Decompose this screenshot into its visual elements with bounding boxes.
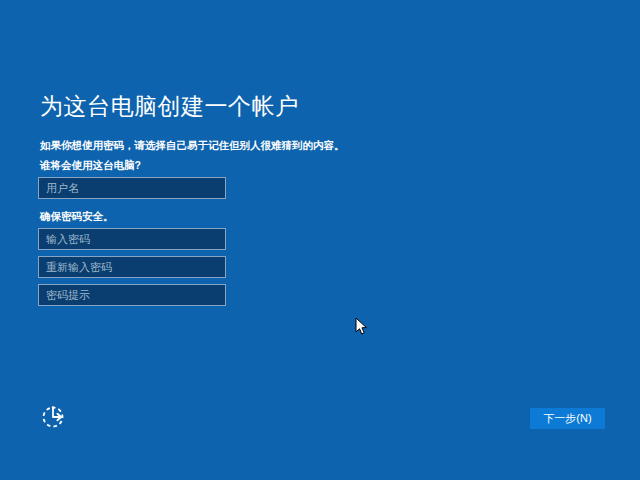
password-secure-label: 确保密码安全。 [40, 210, 114, 224]
password-hint-input[interactable] [38, 284, 226, 306]
oobe-create-account-screen: 为这台电脑创建一个帐户 如果你想使用密码，请选择自己易于记住但别人很难猜到的内容… [0, 0, 640, 480]
username-input[interactable] [38, 177, 226, 199]
password-input[interactable] [38, 228, 226, 250]
ease-of-access-icon [40, 418, 68, 433]
arrow-cursor-icon [355, 317, 368, 336]
who-will-use-label: 谁将会使用这台电脑? [40, 159, 141, 173]
next-button[interactable]: 下一步(N) [530, 408, 605, 429]
ease-of-access-button[interactable] [40, 402, 68, 430]
confirm-password-input[interactable] [38, 256, 226, 278]
page-subtitle: 如果你想使用密码，请选择自己易于记住但别人很难猜到的内容。 [40, 139, 345, 153]
page-title: 为这台电脑创建一个帐户 [40, 91, 299, 122]
